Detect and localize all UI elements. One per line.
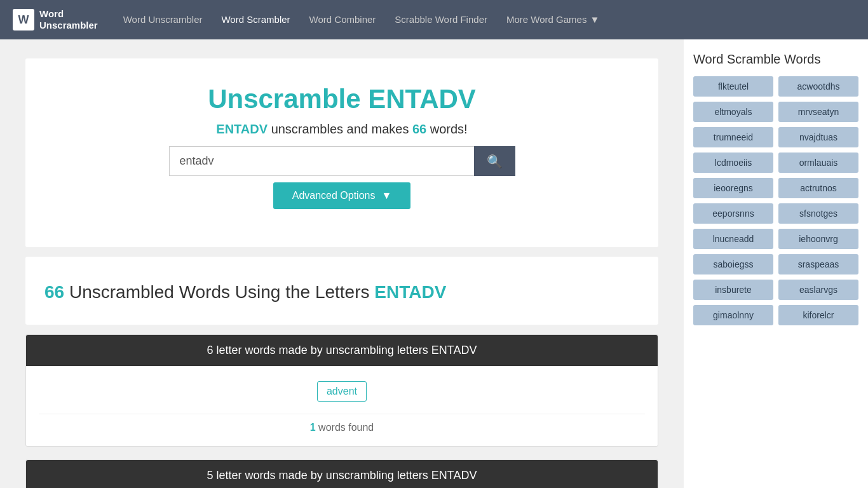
sidebar: Word Scramble Words flkteutelacwootdhsel… [684, 39, 868, 488]
chevron-down-icon: ▼ [381, 190, 391, 201]
scramble-word-tag[interactable]: trumneeid [693, 127, 773, 147]
sidebar-title: Word Scramble Words [693, 52, 858, 67]
logo-text: Word Unscrambler [39, 8, 98, 31]
scramble-word-tag[interactable]: sraspeaas [778, 254, 858, 274]
navbar: W Word Unscrambler Word Unscrambler Word… [0, 0, 868, 39]
main-content: Unscramble ENTADV ENTADV unscrambles and… [0, 39, 684, 488]
scramble-word-tag[interactable]: iehoonvrg [778, 229, 858, 249]
scramble-words-grid: flkteutelacwootdhseltmoyalsmrvseatyntrum… [693, 76, 858, 325]
word-group-5-header: 5 letter words made by unscrambling lett… [26, 460, 658, 488]
scramble-word-tag[interactable]: saboiegss [693, 254, 773, 274]
hero-word: ENTADV [216, 122, 268, 136]
chevron-down-icon: ▼ [590, 14, 599, 25]
search-area: 🔍 [44, 146, 639, 176]
scramble-word-tag[interactable]: easlarvgs [778, 280, 858, 300]
word-group-6-body: advent 1 words found [26, 366, 658, 446]
scramble-word-tag[interactable]: acwootdhs [778, 76, 858, 97]
word-group-6-header: 6 letter words made by unscrambling lett… [26, 335, 658, 366]
scramble-word-tag[interactable]: lcdmoeiis [693, 152, 773, 173]
found-count: 1 [310, 422, 316, 433]
nav-item-scrabble[interactable]: Scrabble Word Finder [395, 14, 487, 25]
logo-icon: W [13, 9, 34, 30]
hero-text: unscrambles and makes [271, 122, 412, 136]
scramble-word-tag[interactable]: nvajdtuas [778, 127, 858, 147]
scramble-word-tag[interactable]: ormlauais [778, 152, 858, 173]
results-text: Unscrambled Words Using the Letters [69, 282, 374, 302]
hero-section: Unscramble ENTADV ENTADV unscrambles and… [44, 71, 639, 234]
results-header-card: 66 Unscrambled Words Using the Letters E… [25, 257, 658, 325]
results-count: 66 [44, 282, 64, 302]
hero-card: Unscramble ENTADV ENTADV unscrambles and… [25, 58, 658, 247]
nav-item-combiner[interactable]: Word Combiner [309, 14, 376, 25]
word-tag[interactable]: advent [317, 381, 367, 402]
results-header: 66 Unscrambled Words Using the Letters E… [44, 282, 639, 302]
page-title: Unscramble ENTADV [44, 84, 639, 114]
scramble-word-tag[interactable]: actrutnos [778, 178, 858, 198]
page-wrapper: Unscramble ENTADV ENTADV unscrambles and… [0, 39, 868, 488]
nav-item-more[interactable]: More Word Games ▼ [506, 14, 599, 25]
scramble-word-tag[interactable]: lnucneadd [693, 229, 773, 249]
nav-logo[interactable]: W Word Unscrambler [13, 8, 98, 31]
scramble-word-tag[interactable]: insburete [693, 280, 773, 300]
words-found: 1 words found [39, 414, 645, 433]
scramble-word-tag[interactable]: flkteutel [693, 76, 773, 97]
nav-item-unscrambler[interactable]: Word Unscrambler [123, 14, 203, 25]
scramble-word-tag[interactable]: gimaolnny [693, 305, 773, 325]
word-group-5: 5 letter words made by unscrambling lett… [25, 459, 658, 488]
results-letters: ENTADV [374, 282, 446, 302]
hero-subtitle: ENTADV unscrambles and makes 66 words! [44, 122, 639, 137]
scramble-word-tag[interactable]: ieooregns [693, 178, 773, 198]
nav-item-scrambler[interactable]: Word Scrambler [221, 14, 290, 25]
search-button[interactable]: 🔍 [474, 146, 515, 176]
advanced-options-area: Advanced Options ▼ [44, 182, 639, 209]
scramble-word-tag[interactable]: mrvseatyn [778, 102, 858, 122]
scramble-word-tag[interactable]: eltmoyals [693, 102, 773, 122]
search-input[interactable] [169, 146, 474, 176]
scramble-word-tag[interactable]: sfsnotges [778, 203, 858, 224]
word-group-6: 6 letter words made by unscrambling lett… [25, 334, 658, 447]
found-suffix: words found [318, 422, 374, 433]
scramble-word-tag[interactable]: eeporsnns [693, 203, 773, 224]
hero-suffix: words! [430, 122, 468, 136]
scramble-word-tag[interactable]: kiforelcr [778, 305, 858, 325]
advanced-options-button[interactable]: Advanced Options ▼ [273, 182, 411, 209]
hero-count: 66 [412, 122, 426, 136]
nav-links: Word Unscrambler Word Scrambler Word Com… [123, 14, 600, 25]
